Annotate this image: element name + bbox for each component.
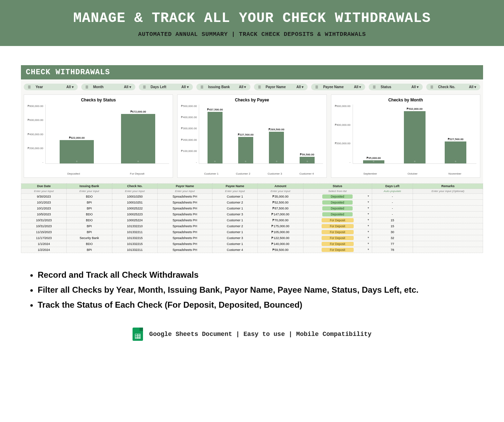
cell[interactable]: Customer 1 (212, 206, 257, 212)
cell[interactable] (413, 247, 483, 253)
filter-month[interactable]: ☰MonthAll ▾ (81, 84, 135, 90)
cell[interactable]: Customer 2 (212, 223, 257, 229)
cell[interactable]: ₱52,500.00 (258, 200, 303, 206)
bar: ₱322,000.00⌾ (49, 105, 104, 164)
cell[interactable]: 101332211 (112, 229, 157, 235)
status-cell[interactable]: For Deposit (303, 223, 372, 229)
filter-issuing-bank[interactable]: ☰Issuing BankAll ▾ (196, 84, 250, 90)
cell[interactable]: 10/1/2023 (21, 206, 67, 212)
cell[interactable]: BDO (67, 217, 112, 223)
cell[interactable]: Spreadsheets PH (158, 200, 212, 206)
cell[interactable]: Customer 1 (212, 241, 257, 247)
cell[interactable]: 101332215 (112, 235, 157, 241)
cell[interactable]: 10/1/2023 (21, 200, 67, 206)
cell[interactable]: Spreadsheets PH (158, 241, 212, 247)
status-cell[interactable]: For Deposit (303, 235, 372, 241)
cell[interactable]: 78 (372, 247, 413, 253)
cell[interactable]: Security Bank (67, 235, 112, 241)
cell[interactable] (413, 235, 483, 241)
cell[interactable]: Spreadsheets PH (158, 206, 212, 212)
cell[interactable]: - (372, 212, 413, 217)
cell[interactable]: BPI (67, 247, 112, 253)
cell[interactable]: 101332215 (112, 241, 157, 247)
status-cell[interactable]: Deposited (303, 194, 372, 200)
cell[interactable]: ₱147,000.00 (258, 212, 303, 217)
status-cell[interactable]: Deposited (303, 206, 372, 212)
status-cell[interactable]: For Deposit (303, 229, 372, 235)
cell[interactable]: ₱70,000.00 (258, 217, 303, 223)
cell[interactable] (413, 200, 483, 206)
cell[interactable]: 101332210 (112, 223, 157, 229)
cell[interactable]: ₱122,500.00 (258, 235, 303, 241)
cell[interactable]: Spreadsheets PH (158, 217, 212, 223)
filter-year[interactable]: ☰YearAll ▾ (24, 84, 78, 90)
filter-payor-name[interactable]: ☰Payor NameAll ▾ (254, 84, 308, 90)
cell[interactable]: BPI (67, 200, 112, 206)
cell[interactable]: 10/5/2023 (21, 212, 67, 217)
cell[interactable]: ₱87,500.00 (258, 206, 303, 212)
cell[interactable]: Spreadsheets PH (158, 235, 212, 241)
cell[interactable]: ₱105,000.00 (258, 229, 303, 235)
cell[interactable]: Customer 4 (212, 247, 257, 253)
cell[interactable]: 1/1/2024 (21, 241, 67, 247)
cell[interactable]: - (372, 206, 413, 212)
cell[interactable] (413, 229, 483, 235)
cell[interactable]: 77 (372, 241, 413, 247)
status-cell[interactable]: For Deposit (303, 247, 372, 253)
filter-days-left[interactable]: ☰Days LeftAll ▾ (139, 84, 193, 90)
cell[interactable]: Spreadsheets PH (158, 223, 212, 229)
status-cell[interactable]: Deposited (303, 212, 372, 217)
cell[interactable]: BPI (67, 223, 112, 229)
x-label: Customer 3 (262, 172, 287, 175)
cell[interactable]: BDO (67, 212, 112, 217)
status-cell[interactable]: Deposited (303, 200, 372, 206)
cell[interactable] (413, 217, 483, 223)
cell[interactable] (413, 206, 483, 212)
cell[interactable]: Customer 1 (212, 229, 257, 235)
cell[interactable]: ₱175,000.00 (258, 223, 303, 229)
cell[interactable] (413, 212, 483, 217)
cell[interactable]: Customer 1 (212, 194, 257, 200)
cell[interactable]: - (372, 194, 413, 200)
cell[interactable]: 1/2/2024 (21, 247, 67, 253)
cell[interactable]: 30 (372, 229, 413, 235)
status-cell[interactable]: For Deposit (303, 217, 372, 223)
cell[interactable]: 10/31/2023 (21, 223, 67, 229)
cell[interactable]: ₱59,500.00 (258, 247, 303, 253)
cell[interactable]: 100025224 (112, 217, 157, 223)
cell[interactable]: 10/31/2023 (21, 217, 67, 223)
cell[interactable]: ₱140,000.00 (258, 241, 303, 247)
cell[interactable]: Spreadsheets PH (158, 212, 212, 217)
cell[interactable]: Spreadsheets PH (158, 247, 212, 253)
cell[interactable]: 9/30/2023 (21, 194, 67, 200)
cell[interactable]: 101332211 (112, 247, 157, 253)
cell[interactable]: BDO (67, 241, 112, 247)
cell[interactable] (413, 241, 483, 247)
filter-check-no-[interactable]: ☰Check No.All ▾ (426, 84, 480, 90)
cell[interactable]: BPI (67, 206, 112, 212)
status-cell[interactable]: For Deposit (303, 241, 372, 247)
cell[interactable]: 11/17/2023 (21, 235, 67, 241)
cell[interactable]: 100025222 (112, 206, 157, 212)
filter-status[interactable]: ☰StatusAll ▾ (369, 84, 423, 90)
cell[interactable]: 100010251 (112, 200, 157, 206)
cell[interactable]: Customer 3 (212, 212, 257, 217)
cell[interactable] (413, 223, 483, 229)
cell[interactable]: ₱35,000.00 (258, 194, 303, 200)
cell[interactable]: 100025223 (112, 212, 157, 217)
cell[interactable]: 32 (372, 235, 413, 241)
cell[interactable]: Spreadsheets PH (158, 194, 212, 200)
filter-payee-name[interactable]: ☰Payee NameAll ▾ (311, 84, 365, 90)
cell[interactable]: Customer 3 (212, 235, 257, 241)
cell[interactable]: Customer 1 (212, 217, 257, 223)
cell[interactable]: 15 (372, 223, 413, 229)
cell[interactable]: 15 (372, 217, 413, 223)
cell[interactable]: Customer 2 (212, 200, 257, 206)
cell[interactable]: Spreadsheets PH (158, 229, 212, 235)
cell[interactable]: - (372, 200, 413, 206)
cell[interactable] (413, 194, 483, 200)
cell[interactable]: 100010250 (112, 194, 157, 200)
cell[interactable]: 11/15/2023 (21, 229, 67, 235)
cell[interactable]: BPI (67, 229, 112, 235)
cell[interactable]: BDO (67, 194, 112, 200)
